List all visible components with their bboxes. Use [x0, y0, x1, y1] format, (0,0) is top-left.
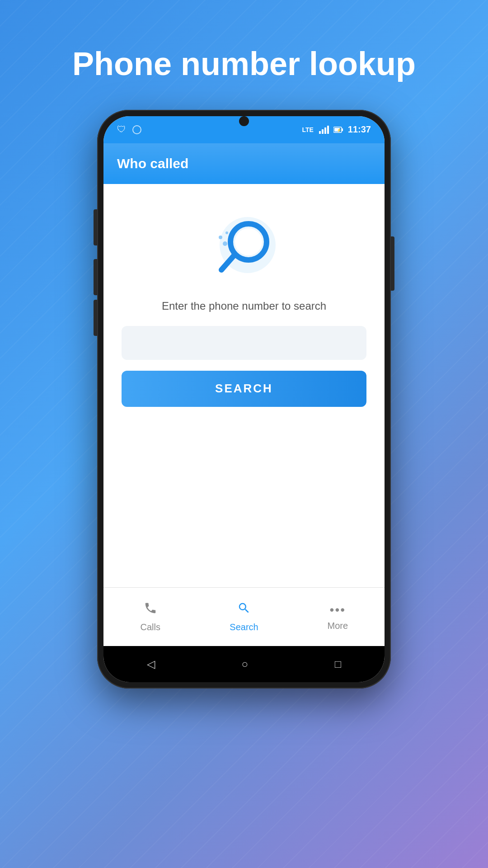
main-content: Enter the phone number to search SEARCH [103, 184, 385, 587]
battery-icon: ⚡ [333, 126, 343, 134]
phone-number-input[interactable] [122, 326, 366, 360]
svg-point-13 [219, 236, 222, 239]
bottom-nav: Calls Search ••• More [103, 587, 385, 646]
svg-point-12 [223, 241, 227, 246]
camera-notch [239, 116, 249, 126]
android-nav-bar: ◁ ○ □ [103, 646, 385, 682]
svg-rect-2 [324, 127, 326, 134]
phone-mockup: 🛡 LTE ⚡ [97, 110, 391, 689]
search-illustration [208, 211, 280, 283]
page-headline: Phone number lookup [45, 45, 443, 83]
search-button[interactable]: SEARCH [122, 371, 366, 407]
svg-rect-6 [342, 128, 343, 131]
recents-button[interactable]: □ [335, 658, 342, 670]
nav-item-search[interactable]: Search [197, 595, 291, 639]
phone-frame: 🛡 LTE ⚡ [97, 110, 391, 689]
svg-rect-0 [319, 131, 321, 134]
search-label: Search [230, 622, 258, 632]
home-button[interactable]: ○ [241, 658, 248, 670]
status-right: LTE ⚡ 11:37 [302, 124, 371, 135]
status-circle [132, 125, 141, 134]
phone-screen: 🛡 LTE ⚡ [103, 116, 385, 682]
lte-label: LTE [302, 126, 313, 133]
svg-rect-3 [327, 126, 329, 134]
status-left: 🛡 [117, 124, 141, 135]
svg-rect-1 [322, 129, 324, 134]
calls-label: Calls [140, 622, 160, 632]
signal-icon [319, 126, 329, 134]
search-nav-icon [237, 601, 251, 618]
svg-text:⚡: ⚡ [337, 127, 342, 133]
shield-icon: 🛡 [117, 124, 127, 135]
search-instruction: Enter the phone number to search [162, 300, 326, 312]
more-icon: ••• [330, 603, 346, 617]
app-bar: Who called [103, 143, 385, 184]
back-button[interactable]: ◁ [147, 658, 155, 670]
app-bar-title: Who called [117, 156, 188, 171]
svg-point-10 [235, 228, 262, 255]
svg-point-14 [225, 231, 228, 234]
calls-icon [144, 601, 157, 618]
more-label: More [328, 621, 348, 631]
nav-item-calls[interactable]: Calls [103, 595, 197, 639]
clock: 11:37 [348, 124, 371, 135]
nav-item-more[interactable]: ••• More [291, 596, 385, 637]
